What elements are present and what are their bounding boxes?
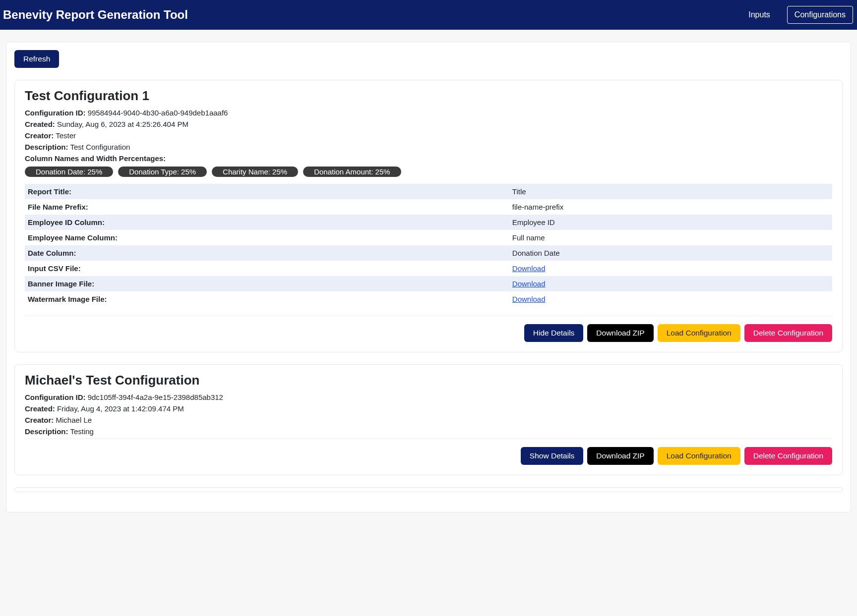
description-line: Description: Testing (25, 427, 832, 436)
detail-value: Title (509, 184, 832, 199)
columns-heading: Column Names and Width Percentages: (25, 154, 832, 163)
created-label: Created: (25, 120, 55, 128)
created-line: Created: Sunday, Aug 6, 2023 at 4:25:26.… (25, 120, 832, 128)
download-zip-button[interactable]: Download ZIP (587, 447, 653, 465)
column-pill: Charity Name: 25% (212, 167, 298, 177)
navbar: Benevity Report Generation Tool Inputs C… (0, 0, 857, 30)
detail-label: Banner Image File: (25, 276, 509, 291)
column-pill: Donation Date: 25% (25, 167, 113, 177)
config-card: Michael's Test Configuration Configurati… (14, 364, 843, 475)
refresh-row: Refresh (14, 50, 843, 68)
description-value: Testing (70, 427, 94, 436)
config-detail-table: Report Title: Title File Name Prefix: fi… (25, 184, 832, 307)
delete-config-button[interactable]: Delete Configuration (744, 447, 832, 465)
hide-details-button[interactable]: Hide Details (524, 324, 584, 342)
download-link-watermark[interactable]: Download (512, 295, 546, 303)
config-id-label: Configuration ID: (25, 109, 85, 117)
creator-value: Tester (56, 131, 76, 140)
config-id-value: 9dc105ff-394f-4a2a-9e15-2398d85ab312 (88, 393, 223, 401)
detail-label: Date Column: (25, 245, 509, 261)
description-value: Test Configuration (70, 143, 130, 151)
config-id-line: Configuration ID: 99584944-9040-4b30-a6a… (25, 109, 832, 117)
refresh-button[interactable]: Refresh (14, 50, 59, 68)
detail-label: Employee ID Column: (25, 215, 509, 230)
column-pill: Donation Type: 25% (118, 167, 207, 177)
config-title: Michael's Test Configuration (25, 373, 832, 388)
config-card (14, 487, 843, 492)
detail-value: Employee ID (509, 215, 832, 230)
creator-label: Creator: (25, 131, 54, 140)
nav-right: Inputs Configurations (741, 6, 853, 24)
column-pill-row: Donation Date: 25% Donation Type: 25% Ch… (25, 167, 832, 177)
load-config-button[interactable]: Load Configuration (658, 324, 740, 342)
detail-value: Full name (509, 230, 832, 245)
table-row: File Name Prefix: file-name-prefix (25, 199, 832, 215)
column-pill: Donation Amount: 25% (303, 167, 401, 177)
show-details-button[interactable]: Show Details (521, 447, 583, 465)
description-label: Description: (25, 427, 68, 436)
table-row: Watermark Image File: Download (25, 291, 832, 307)
created-value: Friday, Aug 4, 2023 at 1:42:09.474 PM (57, 404, 184, 413)
description-line: Description: Test Configuration (25, 143, 832, 151)
table-row: Date Column: Donation Date (25, 245, 832, 261)
card-actions: Show Details Download ZIP Load Configura… (25, 439, 832, 465)
table-row: Report Title: Title (25, 184, 832, 199)
download-zip-button[interactable]: Download ZIP (587, 324, 653, 342)
delete-config-button[interactable]: Delete Configuration (744, 324, 832, 342)
detail-label: File Name Prefix: (25, 199, 509, 215)
detail-label: Report Title: (25, 184, 509, 199)
creator-line: Creator: Michael Le (25, 416, 832, 424)
table-row: Employee ID Column: Employee ID (25, 215, 832, 230)
detail-label: Employee Name Column: (25, 230, 509, 245)
table-row: Employee Name Column: Full name (25, 230, 832, 245)
card-actions: Hide Details Download ZIP Load Configura… (25, 316, 832, 342)
table-row: Input CSV File: Download (25, 261, 832, 276)
detail-value: Donation Date (509, 245, 832, 261)
detail-value: file-name-prefix (509, 199, 832, 215)
config-id-value: 99584944-9040-4b30-a6a0-949deb1aaaf6 (88, 109, 228, 117)
detail-label: Input CSV File: (25, 261, 509, 276)
created-value: Sunday, Aug 6, 2023 at 4:25:26.404 PM (57, 120, 188, 128)
created-line: Created: Friday, Aug 4, 2023 at 1:42:09.… (25, 404, 832, 413)
detail-area: Column Names and Width Percentages: Dona… (25, 154, 832, 307)
created-label: Created: (25, 404, 55, 413)
creator-line: Creator: Tester (25, 131, 832, 140)
app-title: Benevity Report Generation Tool (3, 8, 188, 22)
page-body: Refresh Test Configuration 1 Configurati… (0, 30, 857, 536)
nav-link-configurations[interactable]: Configurations (787, 6, 853, 24)
load-config-button[interactable]: Load Configuration (658, 447, 740, 465)
nav-link-inputs[interactable]: Inputs (741, 6, 777, 23)
config-title: Test Configuration 1 (25, 88, 832, 104)
detail-label: Watermark Image File: (25, 291, 509, 307)
config-list-panel: Refresh Test Configuration 1 Configurati… (6, 42, 851, 512)
config-id-label: Configuration ID: (25, 393, 85, 401)
table-row: Banner Image File: Download (25, 276, 832, 291)
config-card: Test Configuration 1 Configuration ID: 9… (14, 80, 843, 352)
description-label: Description: (25, 143, 68, 151)
download-link-banner[interactable]: Download (512, 280, 546, 288)
creator-value: Michael Le (56, 416, 92, 424)
config-id-line: Configuration ID: 9dc105ff-394f-4a2a-9e1… (25, 393, 832, 401)
creator-label: Creator: (25, 416, 54, 424)
download-link-csv[interactable]: Download (512, 264, 546, 273)
